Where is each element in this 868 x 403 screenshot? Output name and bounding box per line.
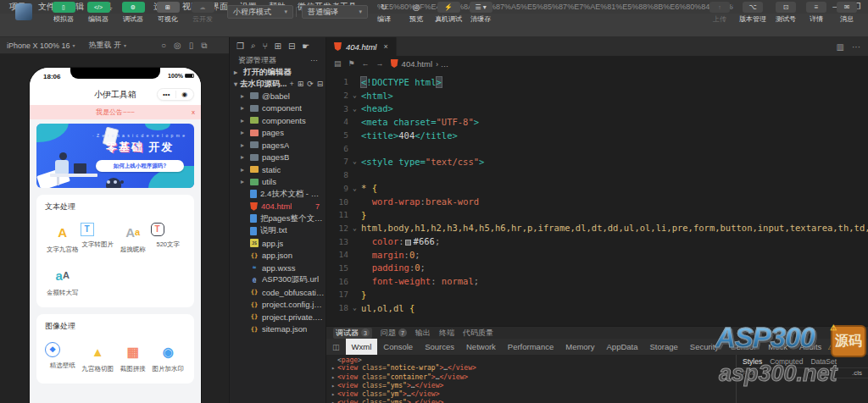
tool-item[interactable]: T文字转图片 — [81, 223, 116, 254]
multi-window-icon[interactable]: ⧉ — [201, 41, 207, 51]
files-icon[interactable]: ❐ — [236, 41, 244, 51]
tree-row-@babel[interactable]: ▸@babel — [230, 90, 326, 102]
wxml-node[interactable]: ▸<view class="container">…</view> — [331, 373, 736, 382]
panel-tab-问题[interactable]: 问题7 — [381, 328, 407, 339]
tool-item[interactable]: T520文字 — [151, 223, 186, 254]
refresh-icon[interactable]: ⟳ — [307, 80, 314, 88]
devtools-tab-console[interactable]: Console — [377, 339, 419, 355]
devtools-tab-network[interactable]: Network — [460, 339, 502, 355]
test-account-button[interactable]: ⊡测试号 — [775, 2, 797, 24]
devtools-tab-sources[interactable]: Sources — [419, 339, 460, 355]
simulator-button[interactable]: ▯模拟器 — [51, 2, 76, 24]
search-icon[interactable]: ⌕ — [251, 41, 256, 51]
dock-icon[interactable]: ◫ — [326, 339, 346, 355]
save-all-icon[interactable]: ⊟ — [288, 41, 295, 51]
tree-row-app.js[interactable]: JSapp.js — [230, 237, 326, 250]
bookmark-icon[interactable]: ⚑ — [348, 59, 355, 68]
compile-button[interactable]: ↻编译 — [371, 2, 397, 24]
fold-arrow-icon[interactable]: ⌄ — [348, 157, 361, 165]
tree-row-static[interactable]: ▸static — [230, 163, 326, 176]
tree-row-pagesa[interactable]: ▸pagesA — [230, 139, 326, 152]
devtools-tab-wxml[interactable]: Wxml — [346, 339, 378, 355]
extensions-icon[interactable]: ⊞ — [275, 41, 281, 51]
wxml-node[interactable]: <page> — [331, 356, 736, 364]
panel-tab-代码质量[interactable]: 代码质量 — [463, 328, 493, 339]
tree-row-components[interactable]: ▸components — [230, 114, 326, 127]
fold-arrow-icon[interactable]: ⌄ — [348, 105, 361, 113]
tab-404-html[interactable]: 404.html × — [326, 37, 397, 56]
close-panel-icon[interactable]: ✕ — [854, 328, 861, 337]
messages-button[interactable]: ✉消息 — [836, 2, 858, 24]
devtools-tab-memory[interactable]: Memory — [559, 339, 600, 355]
tree-row-project.config.json[interactable]: {}project.config.json — [230, 299, 326, 312]
open-editors-row[interactable]: ▸ 打开的编辑器 — [230, 66, 326, 78]
record-icon[interactable]: ◎ — [174, 41, 181, 51]
banner-pill-button[interactable]: 如何上线小程序源码? — [96, 160, 184, 172]
device-debug-button[interactable]: ⚡真机调试 — [436, 2, 461, 24]
devtools-tab-performance[interactable]: Performance — [502, 339, 559, 355]
tree-row-component[interactable]: ▸component — [230, 102, 326, 115]
more-actions-icon[interactable]: ··· — [852, 42, 860, 52]
tree-row-app.json[interactable]: {}app.json — [230, 250, 326, 262]
devtools-tab-mock[interactable]: Mock — [762, 339, 793, 355]
more-button[interactable]: ••• — [158, 89, 175, 100]
tree-row-app.wxss[interactable]: ≈app.wxss — [230, 262, 326, 274]
fold-arrow-icon[interactable]: ⌄ — [348, 224, 361, 232]
collapse-icon[interactable]: ⊟ — [317, 80, 324, 88]
styles-tab-computed[interactable]: Computed — [770, 357, 803, 366]
debugger-button[interactable]: ⚙调试器 — [120, 2, 146, 24]
visualization-button[interactable]: ⊞可视化 — [155, 2, 181, 24]
wxml-node[interactable]: ▸<view class="ym">…</view> — [331, 390, 736, 399]
panel-tab-输出[interactable]: 输出 — [415, 328, 431, 339]
wxml-tree[interactable]: <page>▸<view class="notice-wrap">…</view… — [326, 355, 736, 403]
tree-row-2.4-...[interactable]: 2.4技术文档 - 安全过滤... — [230, 188, 326, 201]
banner-carousel[interactable]: · Z e r o b a s i c d e v e l o p m e n … — [36, 124, 194, 188]
fold-arrow-icon[interactable]: ⌄ — [348, 185, 361, 192]
details-button[interactable]: ≡详情 — [805, 2, 827, 24]
source-control-icon[interactable]: ⑂ — [263, 41, 268, 51]
hot-reload-toggle[interactable]: 热重载 开 ▾ — [82, 40, 134, 51]
panel-tab-调试器[interactable]: 调试器3 — [333, 328, 372, 339]
new-file-icon[interactable]: + — [289, 80, 293, 88]
tree-row--pages-...[interactable]: 把pages整个文件夹导... — [230, 213, 326, 225]
back-icon[interactable]: ← — [362, 59, 370, 68]
upload-button[interactable]: ↑上传 — [709, 2, 731, 24]
tree-row-project.private.config.js...[interactable]: {}project.private.config.js... — [230, 311, 326, 323]
mode-dropdown[interactable]: 小程序模式 ▾ — [227, 5, 293, 19]
pointer-icon[interactable]: ☛ — [302, 41, 309, 51]
forward-icon[interactable]: → — [376, 59, 384, 68]
devtools-tab-audits[interactable]: Audits — [793, 339, 827, 355]
rotate-icon[interactable]: ○ — [161, 41, 166, 51]
devtools-tab-security[interactable]: Security — [684, 339, 725, 355]
outline-icon[interactable]: ▤ — [334, 59, 342, 68]
tree-row--.txt[interactable]: 说明.txt — [230, 225, 326, 238]
tree-row-404.html[interactable]: 404.html7 — [230, 201, 326, 213]
close-tab-icon[interactable]: × — [383, 42, 387, 51]
devtools-tab-appdata[interactable]: AppData — [601, 339, 644, 355]
devtools-tab-storage[interactable]: Storage — [644, 339, 684, 355]
tool-item[interactable]: A文字九宫格 — [45, 223, 81, 254]
close-minip-button[interactable]: ◉ — [176, 89, 194, 100]
breadcrumb-file[interactable]: 404.html › … — [391, 59, 449, 69]
compile-mode-dropdown[interactable]: 普通编译 ▾ — [302, 5, 368, 19]
tree-row-asp300-.url[interactable]: @ASP300源码.url — [230, 274, 326, 287]
clear-cache-button[interactable]: ☰ ▾清缓存 — [468, 2, 493, 24]
tool-item[interactable]: Aa超拽昵称 — [115, 223, 151, 254]
tool-item[interactable]: ❖精选壁纸 — [45, 342, 81, 373]
tree-row-code_obfuscation_conf...[interactable]: {}code_obfuscation_conf... — [230, 286, 326, 299]
styles-tab-styles[interactable]: Styles — [743, 357, 762, 366]
wxml-node[interactable]: ▸<view class="yms">…</view> — [331, 382, 736, 390]
code-area[interactable]: 1<!DOCTYPE html>2⌄<html>3⌄<head>4<meta c… — [326, 71, 868, 314]
fold-arrow-icon[interactable]: ⌄ — [348, 304, 361, 312]
tool-item[interactable]: ▲九宫格切图 — [81, 342, 116, 373]
tree-row-pagesb[interactable]: ▸pagesB — [230, 152, 326, 164]
explorer-more-icon[interactable]: ··· — [310, 56, 318, 64]
device-selector[interactable]: iPhone X 100% 16 ▾ — [0, 41, 82, 50]
cloud-dev-button[interactable]: ☁云开发 — [190, 2, 215, 24]
tree-row-pages[interactable]: ▸pages — [230, 127, 326, 140]
carousel-dots[interactable] — [107, 180, 124, 184]
wxml-node[interactable]: ▸<view class="notice-wrap">…</view> — [331, 364, 736, 373]
project-root-row[interactable]: ▾ 去水印源码... +⊞⟳⊟ — [230, 78, 326, 90]
styles-tab-dataset[interactable]: DataSet — [810, 357, 837, 366]
editor-button[interactable]: </>编辑器 — [86, 2, 111, 24]
